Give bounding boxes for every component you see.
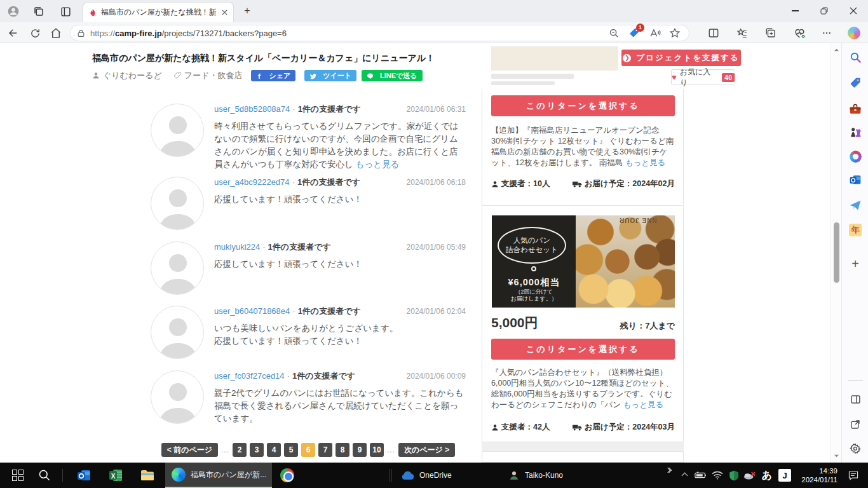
workspaces-icon[interactable]	[32, 4, 46, 18]
browser-toolbar: https://camp-fire.jp/projects/713271/bac…	[0, 22, 868, 43]
read-aloud-icon[interactable]	[647, 25, 662, 41]
page-7-button[interactable]: 7	[318, 443, 332, 457]
page-9-button[interactable]: 9	[353, 443, 367, 457]
lock-icon	[77, 29, 85, 37]
line-share-button[interactable]: LINEで送る	[362, 70, 423, 81]
settings-more-icon[interactable]	[820, 26, 834, 40]
action-center-icon[interactable]	[843, 463, 864, 488]
comment-date: 2024/01/06 00:09	[407, 372, 466, 381]
shopping-icon[interactable]: 1	[627, 25, 642, 41]
page-10-button[interactable]: 10	[370, 443, 384, 457]
split-screen-icon[interactable]	[707, 26, 721, 40]
facebook-share-button[interactable]: シェア	[251, 70, 295, 81]
restore-button[interactable]	[810, 0, 839, 22]
tab-close-icon[interactable]	[221, 9, 228, 16]
project-author[interactable]: ぐりむわーるど	[103, 70, 162, 81]
sidebar-drop-icon[interactable]	[848, 198, 863, 213]
sidebar-panel-icon[interactable]	[848, 391, 863, 407]
more-link-1[interactable]: もっと見る	[625, 158, 666, 167]
scrollbar-thumb[interactable]	[834, 222, 839, 283]
select-return-button-2[interactable]: このリターンを選択する	[491, 339, 675, 360]
taskbar-overflow-icon[interactable]	[662, 458, 675, 483]
scroll-down-icon[interactable]	[834, 453, 839, 459]
more-link-2[interactable]: もっと見る	[623, 400, 664, 409]
minimize-button[interactable]	[780, 0, 810, 22]
sidebar-open-external-icon[interactable]	[848, 417, 863, 432]
support-project-button[interactable]: ❯プロジェクトを支援する	[621, 50, 741, 66]
favorite-button[interactable]: ♥お気に入り40	[671, 69, 735, 85]
page-3-button[interactable]: 3	[250, 443, 264, 457]
comment-username[interactable]: user_b604071868e4	[214, 306, 290, 316]
taskbar-outlook-icon[interactable]	[71, 463, 97, 488]
taskbar-chrome-icon[interactable]	[275, 463, 300, 488]
twitter-share-button[interactable]: ツイート	[304, 70, 356, 81]
tab-actions-icon[interactable]	[58, 4, 72, 18]
sidebar-shopping-icon[interactable]	[848, 76, 863, 91]
battery-icon[interactable]	[693, 463, 709, 488]
comment-username[interactable]: user_5d8b52808a74	[214, 104, 290, 114]
comment-username[interactable]: mukiyuki224	[214, 242, 260, 252]
next-page-button[interactable]: 次のページ >	[398, 443, 455, 457]
sidebar-outlook-icon[interactable]	[848, 172, 863, 187]
taskbar-excel-icon[interactable]: X	[103, 463, 128, 488]
browser-titlebar: 福島市のパン屋が新たな挑戦！新ス +	[0, 0, 868, 22]
facebook-icon	[256, 72, 266, 79]
ime-tool-indicator[interactable]: J	[776, 463, 793, 488]
copilot-icon[interactable]	[847, 26, 861, 40]
taskbar-user-task[interactable]: Taiko-Kuno	[508, 463, 585, 488]
device-disconnected-icon[interactable]	[741, 463, 759, 488]
browser-tab[interactable]: 福島市のパン屋が新たな挑戦！新ス	[83, 2, 234, 22]
taskbar-explorer-icon[interactable]	[135, 463, 160, 488]
page-6-button-active[interactable]: 6	[301, 443, 315, 457]
user-task-label: Taiko-Kuno	[525, 471, 563, 480]
sidebar-calendar-extension-icon[interactable]: 年	[848, 222, 863, 238]
home-icon[interactable]	[49, 26, 63, 40]
zoom-out-icon[interactable]	[606, 25, 621, 41]
taskbar-edge-task[interactable]: 福島市のパン屋が新...	[165, 463, 272, 488]
sidebar-search-icon[interactable]	[848, 50, 863, 65]
collections-icon[interactable]	[764, 26, 778, 40]
browser-essentials-icon[interactable]	[792, 26, 806, 40]
project-category[interactable]: フード・飲食店	[184, 70, 243, 81]
new-tab-button[interactable]: +	[241, 6, 253, 17]
taskbar-search-icon[interactable]	[33, 463, 56, 488]
favorites-list-icon[interactable]	[735, 26, 749, 40]
return-desc-1: 【追加】『南福島店リニューアルオープン記念 30%割引チケット 12枚セット』 …	[491, 125, 675, 168]
profile-avatar-icon[interactable]	[6, 4, 20, 18]
ime-mode-indicator[interactable]: あ	[760, 463, 774, 488]
sidebar-add-icon[interactable]: +	[848, 256, 863, 271]
close-button[interactable]	[839, 0, 868, 22]
page-8-button[interactable]: 8	[336, 443, 349, 457]
sidebar-settings-gear-icon[interactable]	[848, 441, 863, 456]
sidebar-tools-icon[interactable]	[848, 102, 863, 117]
sidebar-m365-icon[interactable]	[848, 149, 863, 164]
prev-page-button[interactable]: < 前のページ	[161, 443, 218, 457]
vertical-scrollbar[interactable]	[831, 43, 841, 463]
page-2-button[interactable]: 2	[233, 443, 247, 457]
category-tag-icon	[173, 72, 181, 79]
select-return-button-1[interactable]: このリターンを選択する	[491, 95, 675, 116]
favorite-star-icon[interactable]	[667, 25, 682, 41]
comment-username[interactable]: user_fc03f27ced14	[214, 371, 285, 381]
page-5-button[interactable]: 5	[284, 443, 298, 457]
refresh-icon[interactable]	[28, 26, 42, 40]
scroll-up-icon[interactable]	[834, 47, 839, 53]
comment-username[interactable]: user_a4bc9222ed74	[214, 177, 290, 187]
return-price: 5,000円	[491, 314, 538, 332]
start-button[interactable]	[5, 463, 31, 488]
page-4-button[interactable]: 4	[267, 443, 281, 457]
chalkboard-label: 人気のパン詰合わせセット ¥6,000相当 （2回に分けてお届けします。）	[492, 215, 576, 308]
taskbar-onedrive-task[interactable]: OneDrive	[400, 463, 470, 488]
back-icon[interactable]	[6, 26, 20, 40]
url-text: https://camp-fire.jp/projects/713271/bac…	[90, 29, 601, 38]
tray-expand-icon[interactable]	[677, 463, 691, 488]
address-bar[interactable]: https://camp-fire.jp/projects/713271/bac…	[70, 25, 689, 41]
return-card-3-partial	[482, 451, 684, 463]
security-shield-icon[interactable]	[726, 463, 742, 488]
author-icon	[92, 72, 100, 79]
comment-more-link[interactable]: もっと見る	[356, 159, 400, 169]
wifi-icon[interactable]	[709, 463, 726, 488]
edge-task-label: 福島市のパン屋が新...	[191, 470, 266, 480]
sidebar-games-icon[interactable]	[848, 125, 863, 140]
taskbar-clock[interactable]: 14:39 2024/01/11	[796, 463, 837, 488]
